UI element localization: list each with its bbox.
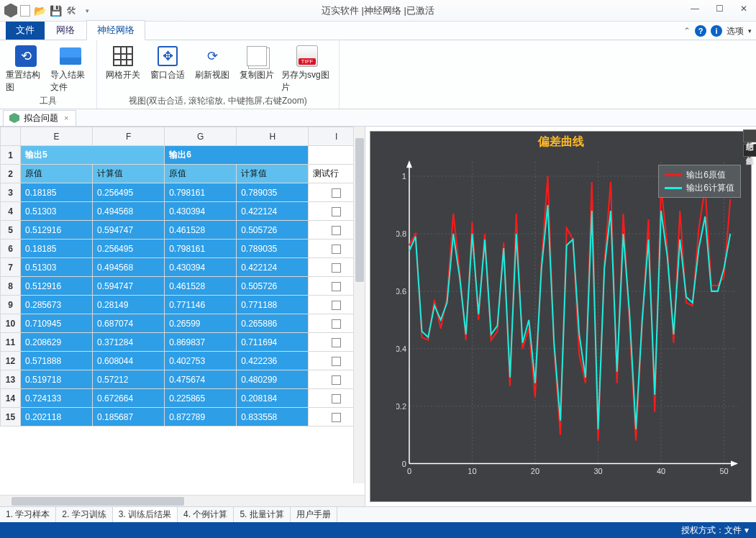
footer-tab-1[interactable]: 1. 学习样本 <box>0 507 56 522</box>
data-cell[interactable]: 0.208629 <box>21 333 93 352</box>
row-header[interactable]: 14 <box>1 389 21 408</box>
options-dropdown-icon[interactable]: ▾ <box>748 27 752 35</box>
data-cell[interactable]: 0.422124 <box>237 202 309 221</box>
sidetab-structure[interactable]: 结构信息 <box>743 129 756 142</box>
data-cell[interactable]: 0.494568 <box>93 258 165 277</box>
footer-tab-5[interactable]: 5. 批量计算 <box>234 507 290 522</box>
checkbox-icon[interactable] <box>332 301 341 310</box>
data-cell[interactable]: 0.422236 <box>237 352 309 370</box>
options-link[interactable]: 选项 <box>727 25 744 37</box>
data-cell[interactable]: 0.402753 <box>165 352 237 370</box>
column-header[interactable]: E <box>21 127 93 146</box>
data-cell[interactable]: 0.512916 <box>21 277 93 296</box>
row-header[interactable]: 12 <box>1 352 21 370</box>
data-cell[interactable]: 0.594747 <box>93 221 165 240</box>
qat-new-icon[interactable] <box>20 5 30 17</box>
data-cell[interactable]: 0.461528 <box>165 277 237 296</box>
data-cell[interactable]: 0.371284 <box>93 333 165 352</box>
checkbox-icon[interactable] <box>332 245 341 254</box>
column-header[interactable]: G <box>165 127 237 146</box>
row-header[interactable]: 15 <box>1 408 21 427</box>
data-cell[interactable]: 0.872789 <box>165 408 237 427</box>
data-cell[interactable]: 0.18185 <box>21 240 93 258</box>
data-cell[interactable]: 0.771188 <box>237 296 309 314</box>
data-cell[interactable]: 0.833558 <box>237 408 309 427</box>
chart-plot[interactable]: 00.20.40.60.8101020304050 <box>396 158 741 480</box>
data-cell[interactable]: 0.57212 <box>93 370 165 389</box>
tab-neural-network[interactable]: 神经网络 <box>86 20 145 40</box>
data-cell[interactable]: 0.430394 <box>165 258 237 277</box>
grid-toggle-button[interactable]: 网格开关 <box>103 43 143 94</box>
data-cell[interactable]: 0.480299 <box>237 370 309 389</box>
data-cell[interactable]: 0.789035 <box>237 240 309 258</box>
import-results-button[interactable]: 导入结果文件 <box>50 43 91 94</box>
info-icon[interactable]: i <box>711 25 722 37</box>
data-cell[interactable]: 0.724133 <box>21 389 93 408</box>
maximize-button[interactable]: ☐ <box>710 1 729 16</box>
data-cell[interactable]: 0.28149 <box>93 296 165 314</box>
qat-save-icon[interactable]: 💾 <box>49 4 62 17</box>
row-header[interactable]: 9 <box>1 296 21 314</box>
row-header[interactable]: 6 <box>1 240 21 258</box>
data-cell[interactable]: 0.710945 <box>21 314 93 333</box>
row-header[interactable]: 13 <box>1 370 21 389</box>
document-tab[interactable]: 拟合问题 × <box>3 110 76 126</box>
data-cell[interactable]: 0.711694 <box>237 333 309 352</box>
data-cell[interactable]: 0.505726 <box>237 277 309 296</box>
data-cell[interactable]: 0.225865 <box>165 389 237 408</box>
tab-network[interactable]: 网络 <box>46 21 85 40</box>
footer-tab-6[interactable]: 用户手册 <box>291 507 337 522</box>
data-cell[interactable]: 0.26599 <box>165 314 237 333</box>
data-cell[interactable]: 0.461528 <box>165 221 237 240</box>
data-cell[interactable]: 0.185687 <box>93 408 165 427</box>
status-dropdown-icon[interactable]: ▾ <box>744 525 749 535</box>
row-header[interactable]: 3 <box>1 183 21 202</box>
checkbox-icon[interactable] <box>332 188 341 198</box>
footer-tab-3[interactable]: 3. 训练后结果 <box>113 507 178 522</box>
data-cell[interactable]: 0.51303 <box>21 202 93 221</box>
copy-image-button[interactable]: 复制图片 <box>237 43 277 94</box>
data-cell[interactable]: 0.512916 <box>21 221 93 240</box>
save-svg-button[interactable]: 另存为svg图片 <box>281 43 333 94</box>
footer-tab-2[interactable]: 2. 学习训练 <box>56 507 112 522</box>
data-grid[interactable]: EFGHI1输出5输出62原值计算值原值计算值测试行30.181850.2564… <box>0 127 365 495</box>
data-cell[interactable]: 0.18185 <box>21 183 93 202</box>
data-cell[interactable]: 0.51303 <box>21 258 93 277</box>
row-header[interactable]: 1 <box>1 146 21 165</box>
refresh-view-button[interactable]: ⟳ 刷新视图 <box>192 43 232 94</box>
footer-tab-4[interactable]: 4. 个例计算 <box>178 507 234 522</box>
tab-file[interactable]: 文件 <box>6 21 45 40</box>
data-cell[interactable]: 0.422124 <box>237 258 309 277</box>
column-header[interactable]: H <box>237 127 309 146</box>
minimize-button[interactable]: — <box>686 1 704 16</box>
column-header[interactable]: F <box>93 127 165 146</box>
data-cell[interactable]: 0.256495 <box>93 240 165 258</box>
data-cell[interactable]: 0.771146 <box>165 296 237 314</box>
data-cell[interactable]: 0.571888 <box>21 352 93 370</box>
checkbox-icon[interactable] <box>332 282 341 291</box>
qat-dropdown-icon[interactable]: ▾ <box>81 4 94 17</box>
checkbox-icon[interactable] <box>332 357 341 366</box>
data-cell[interactable]: 0.594747 <box>93 277 165 296</box>
close-button[interactable]: ✕ <box>734 1 753 16</box>
qat-open-icon[interactable]: 📂 <box>33 4 46 17</box>
data-cell[interactable]: 0.798161 <box>165 183 237 202</box>
checkbox-icon[interactable] <box>332 338 341 347</box>
document-tab-close[interactable]: × <box>63 114 70 122</box>
row-header[interactable]: 4 <box>1 202 21 221</box>
checkbox-icon[interactable] <box>332 226 341 235</box>
fit-window-button[interactable]: ✥ 窗口合适 <box>147 43 188 94</box>
checkbox-icon[interactable] <box>332 375 341 385</box>
data-cell[interactable]: 0.687074 <box>93 314 165 333</box>
data-cell[interactable]: 0.430394 <box>165 202 237 221</box>
vertical-scrollbar[interactable] <box>353 127 365 483</box>
data-cell[interactable]: 0.789035 <box>237 183 309 202</box>
reset-structure-button[interactable]: ⟲ 重置结构图 <box>6 43 46 94</box>
row-header[interactable]: 7 <box>1 258 21 277</box>
row-header[interactable]: 10 <box>1 314 21 333</box>
data-cell[interactable]: 0.519718 <box>21 370 93 389</box>
checkbox-icon[interactable] <box>332 394 341 404</box>
data-cell[interactable]: 0.285673 <box>21 296 93 314</box>
row-header[interactable]: 11 <box>1 333 21 352</box>
data-cell[interactable]: 0.202118 <box>21 408 93 427</box>
